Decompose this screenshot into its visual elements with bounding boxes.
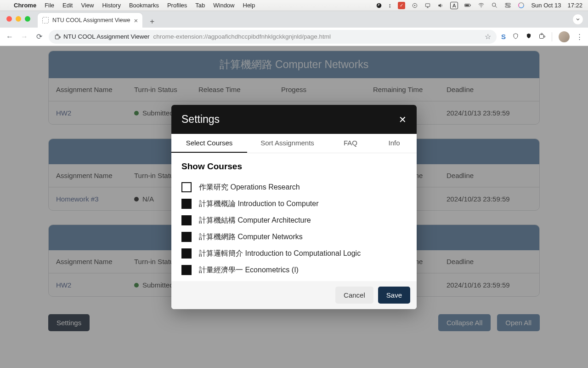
modal-overlay[interactable]: Settings ✕ Select Courses Sort Assignmen… [0, 46, 588, 368]
checkbox-icon[interactable] [181, 232, 192, 242]
site-name: NTU COOL Assignment Viewer [63, 33, 150, 40]
course-checkbox-row[interactable]: 計算機概論 Introduction to Computer [181, 196, 407, 212]
menubar-date[interactable]: Sun Oct 13 [531, 2, 561, 9]
modal-title-text: Settings [181, 113, 220, 126]
reload-button[interactable]: ⟳ [34, 32, 44, 41]
course-checkbox-row[interactable]: 計算邏輯簡介 Introduction to Computational Log… [181, 245, 407, 262]
menubar-item-history[interactable]: History [102, 2, 120, 9]
chrome-toolbar: ← → ⟳ NTU COOL Assignment Viewer chrome-… [0, 28, 588, 46]
tab-info[interactable]: Info [373, 134, 415, 153]
course-label: 計算機概論 Introduction to Computer [199, 199, 319, 209]
section-heading: Show Courses [181, 161, 407, 172]
svg-rect-3 [425, 3, 430, 6]
svg-rect-18 [59, 36, 60, 38]
ext-icon-1[interactable]: S [501, 33, 506, 40]
battery-icon[interactable] [464, 2, 471, 9]
svg-rect-16 [55, 35, 59, 39]
input-source-icon[interactable]: A [450, 2, 458, 9]
site-info-chip[interactable]: NTU COOL Assignment Viewer [54, 33, 150, 40]
tab-sort-assignments[interactable]: Sort Assignments [247, 134, 328, 153]
menubar-item-window[interactable]: Window [213, 2, 234, 9]
bookmark-star-icon[interactable]: ☆ [485, 32, 491, 41]
menubar-item-file[interactable]: File [45, 2, 54, 9]
course-checkbox-row[interactable]: 計算機網路 Computer Networks [181, 229, 407, 245]
profile-avatar[interactable] [559, 31, 570, 42]
wifi-icon[interactable] [478, 2, 485, 9]
save-button[interactable]: Save [378, 287, 410, 304]
modal-titlebar: Settings ✕ [171, 105, 417, 134]
svg-point-8 [492, 3, 496, 7]
ext-icon-badge[interactable] [526, 33, 532, 40]
menubar-right: ↕ ✓ A Sun Oct 13 17:22 [376, 2, 582, 9]
course-label: 計量經濟學一 Econometrics (I) [199, 265, 299, 275]
page-viewport: 計算機網路 Computer Networks Assignment Name … [0, 46, 588, 368]
checkbox-icon[interactable] [181, 248, 192, 259]
checkbox-icon[interactable] [181, 182, 192, 192]
course-label: 計算機結構 Computer Architecture [199, 216, 311, 225]
course-checkbox-row[interactable]: 作業研究 Operations Research [181, 179, 407, 196]
window-close-icon[interactable] [6, 16, 12, 22]
modal-body: Show Courses 作業研究 Operations Research 計算… [171, 153, 417, 281]
tab-overflow-icon[interactable] [572, 14, 583, 25]
menubar-time[interactable]: 17:22 [567, 2, 582, 9]
modal-tabs: Select Courses Sort Assignments FAQ Info [171, 134, 417, 153]
svg-rect-9 [505, 3, 510, 5]
menubar-item-help[interactable]: Help [243, 2, 255, 9]
volume-icon[interactable] [437, 2, 444, 9]
back-button[interactable]: ← [5, 33, 15, 41]
menubar-item-edit[interactable]: Edit [62, 2, 73, 9]
checkbox-icon[interactable] [181, 215, 192, 225]
svg-rect-6 [470, 5, 471, 6]
svg-rect-17 [57, 34, 58, 35]
menubar-item-profiles[interactable]: Profiles [167, 2, 187, 9]
svg-rect-19 [540, 34, 544, 38]
address-bar[interactable]: NTU COOL Assignment Viewer chrome-extens… [49, 30, 497, 44]
course-checkbox-row[interactable]: 計算機結構 Computer Architecture [181, 212, 407, 229]
extension-icon [54, 34, 61, 40]
svg-rect-10 [505, 6, 510, 7]
cancel-button[interactable]: Cancel [335, 287, 373, 304]
url-text: chrome-extension://agpoafichdhccpibdfnhk… [153, 33, 331, 40]
record-icon[interactable] [412, 2, 418, 9]
menubar-left: Chrome File Edit View History Bookmarks … [6, 2, 255, 9]
window-controls [6, 16, 30, 22]
extensions-button[interactable] [538, 33, 545, 41]
menubar-item-bookmarks[interactable]: Bookmarks [129, 2, 159, 9]
location-icon[interactable] [376, 2, 382, 9]
tab-select-courses[interactable]: Select Courses [171, 134, 247, 153]
ext-icon-shield[interactable] [512, 33, 519, 41]
tab-close-icon[interactable]: × [134, 17, 138, 24]
window-zoom-icon[interactable] [25, 16, 30, 22]
checkbox-icon[interactable] [181, 265, 192, 275]
spotlight-icon[interactable] [491, 2, 498, 9]
siri-icon[interactable] [518, 2, 525, 9]
chrome-menu-icon[interactable]: ⋮ [576, 33, 583, 41]
svg-point-2 [414, 5, 415, 6]
toolbar-separator [552, 32, 552, 41]
modal-close-icon[interactable]: ✕ [399, 114, 407, 125]
menubar-app-name[interactable]: Chrome [14, 2, 36, 9]
tab-favicon-icon [42, 17, 49, 23]
checkbox-icon[interactable] [181, 199, 192, 209]
course-checkbox-row[interactable]: 鋼琴作品與演奏欣賞 Piano Literature and Performan… [181, 278, 407, 281]
app-icon-todoist[interactable]: ✓ [398, 2, 405, 9]
course-checkbox-row[interactable]: 計量經濟學一 Econometrics (I) [181, 262, 407, 278]
chrome-tab-strip: NTU COOL Assignment Viewe × + [0, 11, 588, 28]
browser-tab[interactable]: NTU COOL Assignment Viewe × [38, 13, 142, 28]
course-label: 計算邏輯簡介 Introduction to Computational Log… [199, 249, 361, 259]
updown-icon[interactable]: ↕ [389, 2, 392, 9]
toolbar-right: S ⋮ [501, 31, 583, 42]
tab-faq[interactable]: FAQ [328, 134, 373, 153]
macos-menubar: Chrome File Edit View History Bookmarks … [0, 0, 588, 11]
window-minimize-icon[interactable] [16, 16, 21, 22]
svg-rect-21 [544, 35, 545, 37]
menubar-item-tab[interactable]: Tab [195, 2, 205, 9]
menubar-item-view[interactable]: View [81, 2, 94, 9]
svg-rect-20 [541, 33, 543, 34]
control-center-icon[interactable] [504, 2, 511, 9]
display-icon[interactable] [424, 2, 431, 9]
modal-footer: Cancel Save [171, 281, 417, 309]
new-tab-button[interactable]: + [146, 16, 158, 28]
forward-button[interactable]: → [19, 33, 29, 41]
svg-point-12 [509, 6, 509, 7]
